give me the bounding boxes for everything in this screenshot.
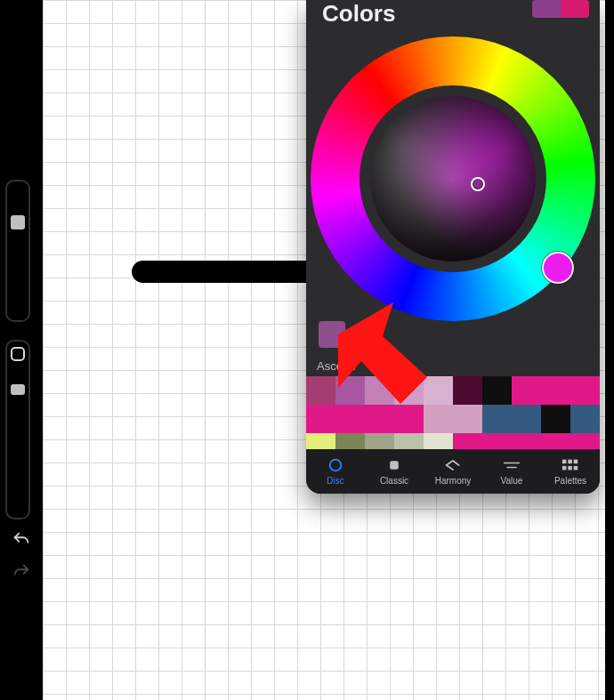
left-sidebar: [0, 0, 43, 700]
right-bezel: [605, 0, 614, 700]
palette-swatch[interactable]: [306, 376, 335, 405]
tab-disc[interactable]: Disc: [306, 449, 365, 494]
svg-rect-6: [574, 460, 578, 464]
palette-swatch[interactable]: [335, 405, 365, 433]
color-mode-tabbar: DiscClassicHarmonyValuePalettes: [306, 449, 600, 494]
brush-size-slider[interactable]: [5, 180, 30, 322]
colors-popover: Colors Ascend DiscClassicHarmonyValuePal…: [306, 0, 600, 494]
saturation-disc[interactable]: [370, 96, 536, 261]
palette-swatch[interactable]: [424, 405, 453, 433]
svg-rect-1: [390, 461, 399, 470]
palettes-icon: [561, 457, 579, 473]
undo-icon: [12, 530, 31, 550]
palette-swatch[interactable]: [335, 376, 365, 405]
harmony-icon: [444, 457, 462, 473]
palette-swatch[interactable]: [570, 405, 600, 433]
svg-rect-7: [562, 466, 567, 471]
tab-label: Disc: [327, 476, 343, 486]
palette-swatch[interactable]: [306, 405, 335, 433]
popover-title: Colors: [322, 0, 395, 28]
color-wheel[interactable]: [311, 36, 595, 321]
value-icon: [503, 457, 521, 473]
tab-harmony[interactable]: Harmony: [424, 449, 482, 494]
tab-label: Classic: [380, 476, 408, 486]
svg-point-0: [330, 460, 342, 471]
modify-square-icon[interactable]: [11, 347, 25, 361]
history-row: Ascend: [306, 321, 600, 350]
classic-icon: [385, 457, 403, 473]
palette-swatch[interactable]: [541, 405, 570, 433]
palette-swatch[interactable]: [453, 376, 482, 405]
palette-swatch[interactable]: [482, 405, 512, 433]
tab-label: Harmony: [435, 476, 472, 486]
palette-swatch[interactable]: [453, 405, 482, 433]
redo-icon: [12, 562, 31, 582]
brush-opacity-slider[interactable]: [5, 340, 30, 519]
undo-button[interactable]: [0, 530, 43, 553]
disc-cursor[interactable]: [471, 177, 485, 191]
svg-rect-8: [568, 466, 572, 471]
palette-swatch[interactable]: [512, 405, 541, 433]
tab-label: Palettes: [554, 476, 586, 486]
palette-name-label: Ascend: [317, 359, 355, 373]
disc-icon: [327, 457, 344, 473]
palette-swatch[interactable]: [512, 376, 541, 405]
palette-swatch[interactable]: [365, 405, 394, 433]
tab-value[interactable]: Value: [482, 449, 541, 494]
palette-swatch[interactable]: [570, 376, 600, 405]
redo-button[interactable]: [0, 562, 43, 585]
palette-swatch[interactable]: [482, 376, 512, 405]
palette-swatch[interactable]: [394, 376, 424, 405]
tab-palettes[interactable]: Palettes: [541, 449, 600, 494]
palette-swatch[interactable]: [541, 376, 570, 405]
palette-swatch[interactable]: [365, 376, 394, 405]
current-color-swatches[interactable]: [532, 0, 589, 18]
svg-rect-9: [574, 466, 578, 471]
palette-swatch[interactable]: [394, 405, 424, 433]
tab-label: Value: [501, 476, 523, 486]
svg-rect-4: [562, 460, 567, 464]
ring-cursor[interactable]: [542, 252, 574, 284]
tab-classic[interactable]: Classic: [365, 449, 424, 494]
history-swatch[interactable]: [319, 321, 345, 348]
svg-rect-5: [568, 460, 572, 464]
palette-swatch[interactable]: [424, 376, 453, 405]
